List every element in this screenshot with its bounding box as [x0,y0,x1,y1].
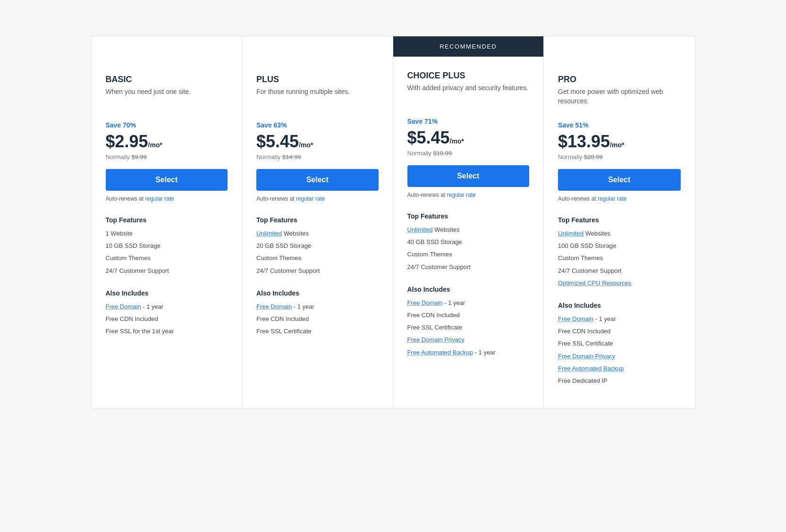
includes-item: Free Domain - 1 year [256,303,379,311]
feature-item: 24/7 Customer Support [256,267,379,275]
includes-link[interactable]: Free Automated Backup [407,349,473,356]
regular-rate-link[interactable]: regular rate [447,192,476,198]
plan-desc: With added privacy and security features… [407,84,530,108]
price-row: $13.95/mo* [558,132,681,152]
includes-item: Free SSL Certificate [256,327,379,336]
top-features-title: Top Features [407,212,530,220]
plan-col-basic: BASIC When you need just one site. Save … [92,36,243,408]
select-button-choice-plus[interactable]: Select [407,165,530,187]
includes-item: Free Domain - 1 year [407,299,530,307]
regular-rate-link[interactable]: regular rate [145,195,174,202]
also-includes-title: Also Includes [407,286,530,293]
regular-rate-link[interactable]: regular rate [296,195,325,202]
plan-name: PLUS [256,75,379,84]
includes-list: Free Domain - 1 yearFree CDN IncludedFre… [106,303,228,336]
feature-item: Custom Themes [106,254,228,262]
includes-item: Free CDN Included [407,311,530,320]
price-amount: $2.95 [106,132,148,152]
top-features-title: Top Features [106,216,228,224]
recommended-banner: RECOMMENDED [393,36,544,57]
price-normal: Normally $14.99 [256,153,379,160]
feature-item: 24/7 Customer Support [558,267,681,275]
plan-spacer [242,36,393,60]
also-includes-title: Also Includes [256,289,379,297]
includes-link[interactable]: Free Domain [106,303,141,310]
select-button-plus[interactable]: Select [256,169,379,191]
includes-item: Free CDN Included [106,315,228,323]
includes-list: Free Domain - 1 yearFree CDN IncludedFre… [407,299,530,357]
select-button-basic[interactable]: Select [106,169,228,191]
feature-link[interactable]: Unlimited [256,230,282,237]
save-badge: Save 63% [256,121,379,129]
auto-renew: Auto-renews at regular rate [256,195,379,202]
includes-item: Free CDN Included [256,315,379,323]
feature-item: 40 GB SSD Storage [407,238,530,246]
feature-link[interactable]: Unlimited [407,226,433,233]
includes-item: Free Domain Privacy [407,336,530,344]
price-period: /mo* [610,141,624,149]
price-row: $5.45/mo* [256,132,379,152]
includes-item: Free Dedicated IP [558,377,681,385]
price-period: /mo* [450,137,464,145]
select-button-pro[interactable]: Select [558,169,681,191]
includes-link[interactable]: Free Automated Backup [558,365,624,372]
plans-container: BASIC When you need just one site. Save … [91,36,695,408]
save-badge: Save 71% [407,118,530,125]
feature-list: Unlimited Websites40 GB SSD StorageCusto… [407,226,530,271]
normal-price-strikethrough: $18.99 [433,150,452,157]
price-row: $2.95/mo* [106,132,228,152]
includes-item: Free Domain Privacy [558,352,681,361]
includes-item: Free Domain - 1 year [558,315,681,323]
also-includes-title: Also Includes [106,289,228,297]
save-badge: Save 70% [106,121,228,129]
billing-toggle [0,9,786,36]
includes-link[interactable]: Free Domain [558,315,593,322]
feature-item: Unlimited Websites [256,229,379,238]
price-row: $5.45/mo* [407,128,530,148]
price-period: /mo* [148,141,162,149]
price-normal: Normally $18.99 [407,150,530,157]
feature-item: 1 Website [106,229,228,238]
includes-link[interactable]: Free Domain [256,303,292,310]
plan-body-pro: PRO Get more power with optimized web re… [544,60,695,408]
plan-body-basic: BASIC When you need just one site. Save … [92,60,242,358]
top-features-title: Top Features [256,216,379,224]
price-amount: $5.45 [407,128,450,148]
plan-name: CHOICE PLUS [407,71,530,81]
feature-link[interactable]: Optimized CPU Resources [558,279,631,287]
feature-item: 100 GB SSD Storage [558,242,681,250]
price-amount: $13.95 [558,132,610,152]
feature-item: Custom Themes [256,254,379,262]
plan-spacer [544,36,695,60]
feature-link[interactable]: Unlimited [558,230,583,237]
plan-body-plus: PLUS For those running multiple sites. S… [242,60,393,358]
price-period: /mo* [299,141,313,149]
feature-item: 10 GB SSD Storage [106,242,228,250]
feature-list: Unlimited Websites100 GB SSD StorageCust… [558,229,681,287]
includes-item: Free Domain - 1 year [106,303,228,311]
normal-price-strikethrough: $9.99 [131,153,147,160]
plan-desc: Get more power with optimized web resour… [558,87,681,112]
plan-col-choice-plus: RECOMMENDED CHOICE PLUS With added priva… [393,36,544,408]
includes-link[interactable]: Free Domain [407,299,443,306]
feature-item: Optimized CPU Resources [558,279,681,287]
includes-link[interactable]: Free Domain Privacy [407,336,465,343]
includes-item: Free SSL for the 1st year [106,327,228,336]
feature-item: 24/7 Customer Support [106,267,228,275]
includes-item: Free CDN Included [558,327,681,336]
includes-link[interactable]: Free Domain Privacy [558,353,615,360]
plan-name: BASIC [106,75,228,84]
plans-wrapper: BASIC When you need just one site. Save … [82,36,705,408]
includes-item: Free SSL Certificate [407,323,530,332]
plan-col-pro: PRO Get more power with optimized web re… [544,36,695,408]
includes-list: Free Domain - 1 yearFree CDN IncludedFre… [256,303,379,336]
plan-body-choice-plus: CHOICE PLUS With added privacy and secur… [393,57,544,380]
feature-item: Custom Themes [407,250,530,259]
regular-rate-link[interactable]: regular rate [598,195,626,202]
plan-spacer [92,36,242,60]
plan-name: PRO [558,75,681,84]
price-amount: $5.45 [256,132,299,152]
feature-list: 1 Website10 GB SSD StorageCustom Themes2… [106,229,228,275]
feature-item: Unlimited Websites [407,226,530,234]
auto-renew: Auto-renews at regular rate [558,195,681,202]
